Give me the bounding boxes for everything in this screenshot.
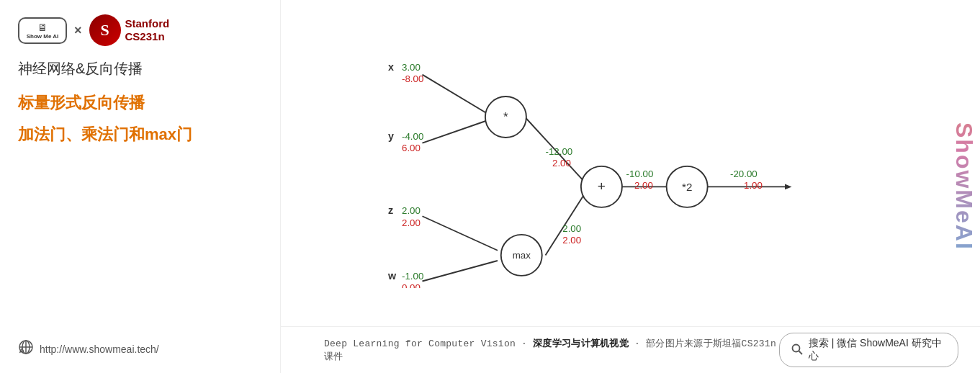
- showmeai-logo: 🖥 Show Me AI: [18, 17, 67, 44]
- footer-plain1: Deep Learning for Computer Vision ·: [324, 338, 533, 349]
- logo-row: 🖥 Show Me AI × S Stanford CS231n: [18, 14, 262, 46]
- svg-text:z: z: [388, 205, 393, 216]
- title-main: 标量形式反向传播: [18, 93, 262, 114]
- svg-line-42: [799, 351, 802, 354]
- search-box[interactable]: 搜索 | 微信 ShowMeAI 研究中心: [779, 333, 958, 367]
- stanford-line2: CS231n: [125, 30, 170, 43]
- stanford-s-letter: S: [89, 14, 121, 46]
- svg-point-41: [792, 344, 799, 351]
- footer-bar: Deep Learning for Computer Vision · 深度学习…: [281, 326, 980, 373]
- footer-text: Deep Learning for Computer Vision · 深度学习…: [324, 337, 779, 363]
- svg-text:-20.00: -20.00: [730, 168, 758, 179]
- footer-bold: 深度学习与计算机视觉: [533, 338, 629, 349]
- svg-text:-8.00: -8.00: [402, 73, 423, 84]
- svg-line-6: [423, 216, 498, 251]
- search-icon: [791, 343, 803, 357]
- main-content: x 3.00 -8.00 y -4.00 6.00 z 2.00 2.00 w …: [281, 0, 980, 373]
- svg-text:2.00: 2.00: [402, 205, 421, 216]
- search-label: 搜索 | 微信 ShowMeAI 研究中心: [809, 337, 946, 363]
- svg-text:3.00: 3.00: [402, 62, 421, 73]
- svg-text:2.00: 2.00: [402, 217, 421, 228]
- x-separator: ×: [74, 23, 82, 38]
- title-sub: 加法门、乘法门和max门: [18, 124, 262, 145]
- svg-text:max: max: [513, 250, 531, 261]
- svg-text:x: x: [388, 61, 394, 73]
- svg-text:y: y: [388, 130, 394, 142]
- svg-text:-1.00: -1.00: [402, 271, 423, 282]
- svg-text:2.00: 2.00: [562, 235, 581, 246]
- svg-text:w: w: [387, 270, 397, 282]
- svg-line-7: [423, 261, 498, 282]
- stanford-logo: S Stanford CS231n: [89, 14, 170, 46]
- svg-marker-12: [785, 184, 792, 190]
- diagram-svg: x 3.00 -8.00 y -4.00 6.00 z 2.00 2.00 w …: [324, 14, 958, 288]
- subtitle: 神经网络&反向传播: [18, 59, 262, 78]
- svg-text:*2: *2: [682, 181, 692, 193]
- website-icon: [18, 339, 34, 359]
- website-url[interactable]: http://www.showmeai.tech/: [40, 343, 159, 355]
- svg-line-5: [423, 120, 487, 143]
- svg-text:2.00: 2.00: [634, 180, 653, 191]
- svg-text:0.00: 0.00: [402, 282, 421, 288]
- sidebar: 🖥 Show Me AI × S Stanford CS231n 神经网络&反向…: [0, 0, 281, 373]
- diagram-area: x 3.00 -8.00 y -4.00 6.00 z 2.00 2.00 w …: [281, 0, 980, 326]
- website-row: http://www.showmeai.tech/: [18, 339, 262, 359]
- stanford-text: Stanford CS231n: [125, 17, 170, 43]
- svg-text:-12.00: -12.00: [546, 146, 573, 157]
- stanford-line1: Stanford: [125, 17, 170, 30]
- svg-text:-10.00: -10.00: [626, 168, 654, 179]
- svg-text:2.00: 2.00: [562, 223, 581, 234]
- showmeai-logo-text: Show Me AI: [27, 33, 59, 40]
- watermark: ShowMeAI: [948, 0, 980, 373]
- svg-text:*: *: [503, 110, 508, 124]
- svg-text:6.00: 6.00: [402, 143, 421, 153]
- monitor-icon: 🖥: [37, 22, 48, 33]
- svg-text:1.00: 1.00: [744, 180, 763, 191]
- svg-line-4: [423, 75, 487, 114]
- svg-text:+: +: [598, 179, 606, 194]
- svg-text:2.00: 2.00: [552, 158, 571, 168]
- svg-text:-4.00: -4.00: [402, 131, 423, 142]
